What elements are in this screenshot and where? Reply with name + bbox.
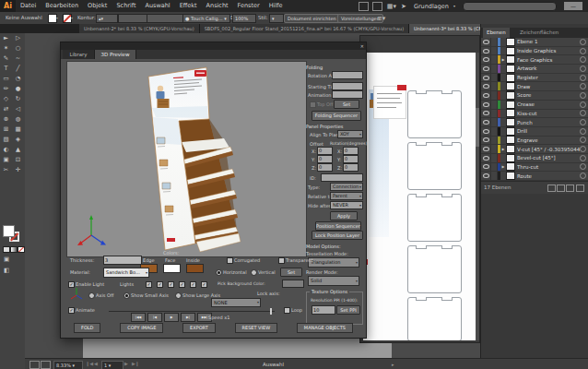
fill-color-swatch[interactable] bbox=[3, 225, 15, 237]
light-4-checkbox[interactable]: ✓ bbox=[179, 281, 185, 288]
target-icon[interactable] bbox=[580, 155, 586, 161]
document-scrollbar[interactable] bbox=[476, 53, 479, 340]
target-icon[interactable] bbox=[580, 39, 586, 45]
eye-icon[interactable] bbox=[483, 164, 489, 169]
eye-icon[interactable] bbox=[483, 120, 489, 125]
style-swatch-dropdown[interactable]: ▾ bbox=[269, 14, 284, 23]
target-icon[interactable] bbox=[580, 110, 586, 116]
screen-mode-icon[interactable]: ◧ bbox=[4, 266, 9, 276]
top-off-checkbox[interactable] bbox=[310, 101, 316, 108]
target-icon[interactable] bbox=[580, 83, 586, 89]
rotate-tool-icon[interactable]: ↻ bbox=[12, 94, 24, 104]
layer-thumbnail[interactable] bbox=[506, 154, 515, 162]
target-icon[interactable] bbox=[580, 101, 586, 108]
rectangle-tool-icon[interactable]: ▭ bbox=[0, 74, 12, 84]
document-tab-1[interactable]: Unbenannt-2* bei 8.33 % (CMYK/GPU-Vorsch… bbox=[79, 24, 200, 33]
play-button[interactable]: ▶ bbox=[164, 313, 179, 322]
artboard-nav-icon[interactable] bbox=[29, 361, 40, 369]
column-graph-tool-icon[interactable]: ▣ bbox=[0, 155, 12, 165]
light-2-checkbox[interactable]: ✓ bbox=[157, 281, 163, 288]
slice-tool-icon[interactable]: ✂ bbox=[0, 165, 12, 175]
eye-icon[interactable] bbox=[483, 66, 489, 71]
rot-x-input[interactable]: 0 bbox=[343, 147, 359, 155]
step-back-button[interactable]: |◀ bbox=[147, 313, 162, 322]
menu-objekt[interactable]: Objekt bbox=[83, 0, 112, 12]
tab-3d-preview[interactable]: 3D Preview bbox=[95, 50, 136, 59]
layer-row-1[interactable]: Ebene 1 bbox=[481, 38, 588, 47]
document-tab-2[interactable]: SBDFS_002_Regular Floor Stand_20151216_f… bbox=[200, 24, 409, 33]
target-icon[interactable] bbox=[580, 48, 586, 54]
layer-row-12[interactable]: Engrave bbox=[481, 137, 588, 146]
menu-schrift[interactable]: Schrift bbox=[112, 0, 140, 12]
layer-row-7[interactable]: Score bbox=[481, 91, 588, 101]
hide-after-dropdown[interactable]: NEVER▾ bbox=[330, 201, 363, 209]
thickness-input[interactable]: 3 bbox=[103, 256, 142, 265]
none-mode-icon[interactable] bbox=[18, 246, 25, 253]
background-color-swatch[interactable] bbox=[282, 280, 304, 288]
perspective-grid-tool-icon[interactable]: ⊞ bbox=[0, 125, 12, 135]
3d-preview-dialog[interactable]: ✕ Library 3D Preview bbox=[60, 42, 367, 339]
search-input[interactable] bbox=[463, 2, 557, 11]
next-artboard-icon[interactable]: ▶ bbox=[124, 361, 128, 366]
layer-row-13[interactable]: ▶V-cut [45° / -0.30395044mm] bbox=[481, 145, 588, 154]
status-expand-icon[interactable]: ▸ bbox=[392, 362, 394, 367]
layer-thumbnail[interactable] bbox=[506, 172, 515, 180]
rot-z-input[interactable]: 0 bbox=[343, 163, 359, 172]
shape-builder-tool-icon[interactable]: ◍ bbox=[12, 114, 24, 125]
layer-thumbnail[interactable] bbox=[506, 145, 515, 153]
free-transform-tool-icon[interactable]: ⊕ bbox=[0, 114, 12, 125]
gradient-tool-icon[interactable]: ▧ bbox=[0, 135, 12, 145]
selection-tool-icon[interactable]: ► bbox=[0, 33, 12, 43]
layer-row-3[interactable]: ▶Face Graphics bbox=[481, 55, 588, 65]
layer-thumbnail[interactable] bbox=[506, 118, 515, 126]
target-icon[interactable] bbox=[580, 128, 586, 135]
paintbrush-tool-icon[interactable]: ◔ bbox=[12, 74, 24, 84]
light-5-checkbox[interactable]: ✓ bbox=[190, 281, 196, 288]
menu-hilfe[interactable]: Hilfe bbox=[265, 0, 288, 12]
new-layer-icon[interactable] bbox=[566, 184, 574, 192]
eraser-tool-icon[interactable]: ◇ bbox=[0, 94, 12, 104]
layer-thumbnail[interactable] bbox=[506, 74, 515, 82]
eye-icon[interactable] bbox=[483, 76, 489, 80]
starting-time-input[interactable] bbox=[332, 82, 363, 90]
curvature-tool-icon[interactable]: ~ bbox=[12, 54, 24, 64]
stroke-width-stepper[interactable]: ▴▾ bbox=[96, 14, 118, 23]
window-control-button[interactable]: — bbox=[564, 2, 582, 10]
document-setup-button[interactable]: Dokument einrichten bbox=[284, 14, 340, 23]
artboard[interactable] bbox=[363, 53, 478, 340]
show-small-axis-radio[interactable] bbox=[123, 292, 130, 299]
document-icon[interactable] bbox=[41, 361, 51, 369]
panel-menu-icon[interactable]: ≡▾ bbox=[377, 15, 385, 22]
layer-thumbnail[interactable] bbox=[506, 65, 515, 73]
layer-row-9[interactable]: Kiss-cut bbox=[481, 110, 588, 119]
menu-ansicht[interactable]: Ansicht bbox=[202, 0, 233, 12]
animation-time-input[interactable] bbox=[332, 90, 363, 99]
menu-effekt[interactable]: Effekt bbox=[175, 0, 202, 12]
layer-row-6[interactable]: Draw bbox=[481, 82, 588, 91]
workspace-grid-icon[interactable]: ▦▾ bbox=[387, 3, 396, 10]
eye-icon[interactable] bbox=[483, 102, 489, 107]
animate-checkbox[interactable]: ✓ bbox=[68, 307, 75, 314]
lock-position-layer-button[interactable]: Lock Position Layer bbox=[312, 231, 363, 240]
position-sequencer-button[interactable]: Position Sequencer bbox=[315, 221, 361, 231]
target-icon[interactable] bbox=[580, 163, 586, 170]
hand-tool-icon[interactable]: ✛ bbox=[12, 165, 24, 175]
layer-row-2[interactable]: Inside Graphics bbox=[481, 47, 588, 56]
layer-thumbnail[interactable] bbox=[506, 127, 515, 136]
dialog-titlebar[interactable] bbox=[61, 42, 366, 50]
clipping-mask-icon[interactable] bbox=[547, 184, 556, 192]
apply-button[interactable]: Apply bbox=[330, 211, 358, 220]
arrange-documents-icon[interactable] bbox=[359, 2, 369, 11]
relative-to-dropdown[interactable]: Parent▾ bbox=[330, 192, 363, 200]
offset-z-input[interactable]: 0 bbox=[317, 163, 333, 172]
copy-image-button[interactable]: COPY IMAGE bbox=[120, 323, 163, 333]
line-segment-tool-icon[interactable]: ╱ bbox=[12, 64, 24, 74]
axis-off-radio[interactable] bbox=[88, 292, 95, 299]
close-icon[interactable]: ✕ bbox=[360, 43, 364, 49]
target-icon[interactable] bbox=[580, 65, 586, 72]
corrugated-checkbox[interactable] bbox=[227, 257, 233, 264]
eye-icon[interactable] bbox=[483, 57, 489, 62]
workspace-switcher[interactable]: Grundlagen bbox=[414, 3, 449, 10]
symbol-sprayer-tool-icon[interactable]: ▲ bbox=[12, 145, 24, 155]
floating-document-window[interactable] bbox=[359, 35, 480, 343]
